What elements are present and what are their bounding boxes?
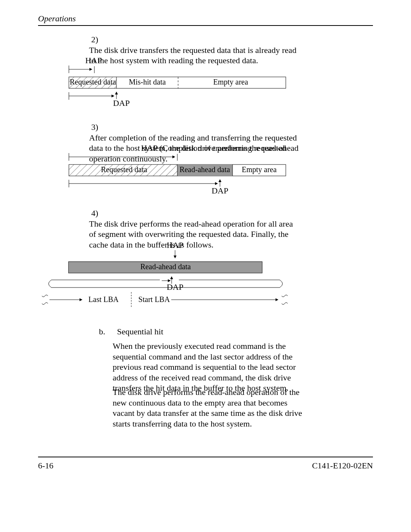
paragraph-b1: When the previously executed read comman… [113,341,303,393]
diag2-hap-label: HAP (Completion of transferring requeste… [141,145,288,153]
diag3-dap-label: DAP [167,282,183,292]
diag3-startlba: Start LBA [139,295,170,304]
diag1-hap-label: HAP [85,58,102,65]
diagram-2: HAP (Completion of transferring requeste… [67,145,288,195]
list-number: b. [99,326,110,337]
diag2-dap-label: DAP [212,186,228,195]
paragraph-b2: The disk drive performs the read-ahead o… [113,387,303,429]
page-number: 6-16 [38,461,53,471]
list-number: 2) [84,34,98,45]
diag1-dap-label: DAP [113,98,130,107]
diag3-lastlba: Last LBA [88,295,119,304]
list-text: Sequential hit [117,326,164,337]
diag2-empty: Empty area [242,165,277,174]
header-title: Operations [38,14,76,23]
page-header: Operations [38,14,373,26]
list-item-b: b. Sequential hit [99,326,312,337]
diag2-requested: Requested data [101,165,147,174]
list-number: 3) [84,122,98,133]
diag1-requested: Requested data [70,78,116,86]
doc-id: C141-E120-02EN [312,461,373,471]
diag1-mishit: Mis-hit data [129,78,166,86]
diag3-hap-label: HAP [167,243,183,250]
diagram-1: HAP Requested data Mis-hit data Empty ar… [67,58,288,107]
footer-rule [38,457,373,457]
diagram-3: HAP Read-ahead data DAP Last LBA Start L… [40,243,291,315]
list-number: 4) [84,208,98,219]
diag3-readahead: Read-ahead data [140,262,191,271]
diag2-readahead: Read-ahead data [180,165,230,174]
diag1-empty: Empty area [213,78,248,86]
